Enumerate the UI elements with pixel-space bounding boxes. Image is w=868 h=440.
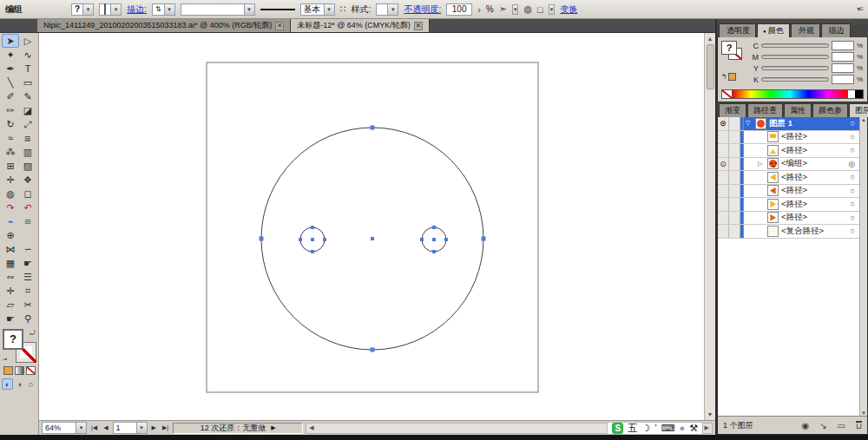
- scroll-down-icon[interactable]: ▼: [861, 410, 866, 416]
- scroll-up-icon[interactable]: ▲: [707, 33, 713, 44]
- layer-row-path-4[interactable]: <路径> ○: [718, 185, 867, 199]
- symbol-sprayer-tool[interactable]: ⁂: [2, 145, 19, 159]
- visibility-eye-toggle[interactable]: [718, 131, 729, 144]
- page-tool[interactable]: ☛: [19, 256, 36, 270]
- chevron-down-icon[interactable]: ▾: [549, 4, 556, 15]
- reshape-tool-2[interactable]: ∽: [19, 242, 36, 256]
- layer-row-path-5[interactable]: <路径> ○: [718, 198, 867, 212]
- white-swatch[interactable]: [847, 90, 855, 98]
- status-flyout-icon[interactable]: ▶: [271, 424, 275, 431]
- line-segment-tool[interactable]: ╲: [2, 76, 19, 89]
- plugin-arc-tool-1[interactable]: ↷: [2, 200, 19, 214]
- layer-name[interactable]: <路径>: [781, 131, 807, 142]
- layer-name[interactable]: <路径>: [781, 172, 807, 183]
- live-paint-selection-tool[interactable]: ◻: [19, 187, 36, 200]
- lock-toggle[interactable]: [729, 185, 740, 198]
- target-circle-icon[interactable]: ○: [851, 213, 857, 222]
- free-transform-tool[interactable]: ⧈: [19, 131, 36, 145]
- canvas-area[interactable]: ▲ ▼: [39, 33, 715, 420]
- layer-name[interactable]: <路径>: [781, 212, 807, 223]
- warp-tool[interactable]: ≈: [2, 131, 19, 145]
- rectangle-tool[interactable]: ▭: [19, 76, 36, 89]
- select-similar-icon[interactable]: ∷: [340, 3, 346, 15]
- scroll-up-icon[interactable]: ▲: [861, 117, 866, 122]
- panel-tab[interactable]: 属性: [784, 103, 812, 117]
- lock-toggle[interactable]: [729, 158, 740, 171]
- direct-selection-tool[interactable]: ▷: [19, 34, 36, 48]
- punctuation-icon[interactable]: ’: [654, 424, 656, 433]
- anchor-points[interactable]: [260, 126, 486, 352]
- chevron-down-icon[interactable]: ▾: [244, 4, 254, 15]
- screen-mode-full[interactable]: ○: [25, 378, 36, 390]
- eyedropper-tool-2[interactable]: ✛: [2, 284, 19, 298]
- lock-toggle[interactable]: [729, 144, 740, 157]
- black-swatch[interactable]: [855, 90, 863, 98]
- fill-stroke-proxy[interactable]: ⤾ ? ▫▪: [3, 329, 36, 362]
- new-sublayer-button[interactable]: ↘: [819, 421, 826, 430]
- expand-triangle-icon[interactable]: ▷: [758, 161, 765, 167]
- gradient-tool[interactable]: ▨: [19, 159, 36, 173]
- blend-tool[interactable]: ❖: [19, 173, 36, 187]
- prev-page-button[interactable]: ◀: [102, 424, 109, 431]
- chevron-down-icon[interactable]: ▾: [324, 4, 334, 15]
- visibility-eye-toggle[interactable]: [718, 198, 729, 211]
- last-page-button[interactable]: ▶|: [161, 424, 170, 431]
- default-fill-stroke-icon[interactable]: ▫▪: [3, 356, 7, 362]
- visibility-eye-toggle[interactable]: [718, 185, 729, 198]
- visibility-eye-toggle[interactable]: [718, 171, 729, 184]
- opacity-input[interactable]: 100: [446, 3, 472, 16]
- layer-name[interactable]: <路径>: [781, 199, 807, 210]
- panel-tab[interactable]: 描边: [821, 23, 851, 37]
- panel-tab[interactable]: 外观: [791, 23, 820, 37]
- panel-tab[interactable]: 透明度: [719, 23, 756, 37]
- eyedropper-tool[interactable]: ✛: [2, 173, 19, 187]
- target-circle-icon[interactable]: ○: [851, 119, 857, 128]
- target-circle-icon[interactable]: ○: [851, 187, 857, 195]
- fill-proxy[interactable]: ?: [721, 41, 737, 55]
- slider-track[interactable]: [761, 43, 829, 48]
- chevron-down-icon[interactable]: ▾: [164, 4, 174, 15]
- scrollbar-thumb[interactable]: [707, 44, 714, 89]
- transform-link[interactable]: 变换: [560, 3, 577, 16]
- status-field[interactable]: 12 次还原：无重做 ▶: [173, 423, 303, 434]
- layer-name[interactable]: <路径>: [781, 185, 807, 196]
- panel-tab[interactable]: 图层: [849, 103, 868, 117]
- slider-track[interactable]: [761, 66, 829, 70]
- variable-width-profile-combo[interactable]: ▾: [181, 3, 255, 16]
- graphic-style-combo[interactable]: ▾: [376, 3, 398, 16]
- slider-track[interactable]: [761, 55, 829, 59]
- color-spectrum-bar[interactable]: [721, 89, 864, 99]
- channel-value-input[interactable]: [832, 63, 854, 73]
- spectrum-gradient[interactable]: [733, 90, 847, 98]
- selection-tool[interactable]: ➤: [2, 34, 19, 48]
- target-circle-icon[interactable]: ○: [851, 133, 857, 141]
- column-graph-tool[interactable]: ▥: [19, 145, 36, 159]
- none-button[interactable]: [26, 366, 36, 375]
- chevron-down-icon[interactable]: ▾: [387, 4, 398, 15]
- panel-fill-stroke-proxy[interactable]: ? ↰: [721, 41, 747, 70]
- plugin-arc-tool-2[interactable]: ↶: [19, 200, 36, 214]
- fill-proxy[interactable]: ?: [3, 329, 23, 350]
- chevron-down-icon[interactable]: ▾: [136, 423, 147, 433]
- smooth-tool[interactable]: ✏: [2, 103, 19, 117]
- crop-tool[interactable]: ▱: [2, 298, 19, 312]
- target-circle-icon[interactable]: ○: [851, 227, 857, 235]
- type-tool[interactable]: T: [19, 62, 36, 76]
- layer-row-layer1[interactable]: ⊙ ▽ 图层 1 ○: [718, 117, 867, 131]
- last-color-swatch[interactable]: [728, 73, 736, 81]
- paintbrush-tool[interactable]: ✐: [2, 89, 19, 103]
- wave-tool[interactable]: ≋: [19, 214, 36, 228]
- chevron-down-icon[interactable]: ▾: [512, 4, 519, 15]
- wubi-mode-icon[interactable]: 五: [628, 424, 637, 433]
- artboard-tool[interactable]: ⊕: [2, 228, 19, 242]
- layers-scrollbar[interactable]: ▲ ▼: [859, 117, 867, 416]
- lock-toggle[interactable]: [729, 198, 740, 211]
- layer-row-path-2[interactable]: <路径> ○: [718, 144, 867, 158]
- panel-tab[interactable]: ● 颜色: [757, 23, 790, 37]
- channel-value-input[interactable]: [832, 41, 854, 50]
- grid-tool[interactable]: ▦: [2, 256, 19, 270]
- scroll-down-icon[interactable]: ▼: [707, 409, 713, 420]
- sogou-logo-icon[interactable]: S: [612, 423, 623, 434]
- lock-toggle[interactable]: [729, 171, 740, 184]
- layer-name[interactable]: 图层 1: [769, 118, 792, 129]
